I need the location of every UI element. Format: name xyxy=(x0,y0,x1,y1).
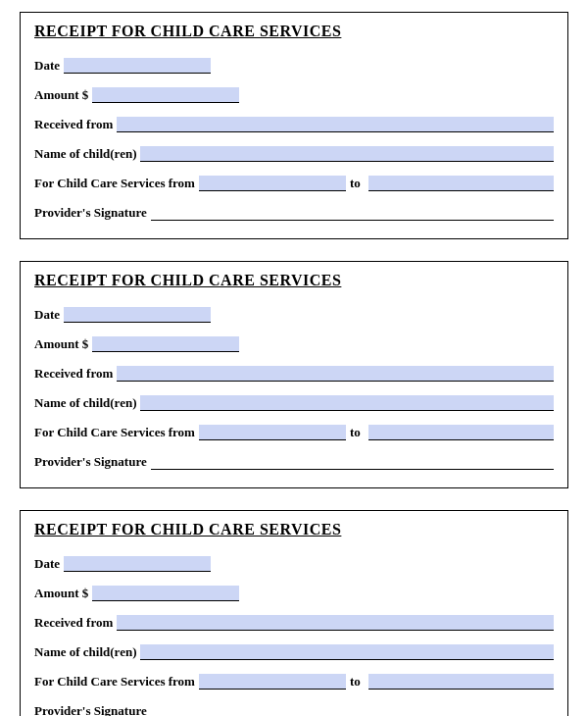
received-from-row: Received from xyxy=(34,366,554,382)
date-row: Date xyxy=(34,307,554,323)
amount-row: Amount $ xyxy=(34,336,554,352)
receipt-title: RECEIPT FOR CHILD CARE SERVICES xyxy=(34,23,554,40)
receipt-block: RECEIPT FOR CHILD CARE SERVICES Date Amo… xyxy=(20,261,568,488)
receipt-block: RECEIPT FOR CHILD CARE SERVICES Date Amo… xyxy=(20,510,568,716)
received-from-label: Received from xyxy=(34,117,113,132)
document-page: RECEIPT FOR CHILD CARE SERVICES Date Amo… xyxy=(0,0,588,716)
received-from-label: Received from xyxy=(34,366,113,382)
signature-row: Provider's Signature xyxy=(34,454,554,470)
child-name-field[interactable] xyxy=(140,395,554,411)
services-range-row: For Child Care Services from to xyxy=(34,176,554,191)
services-from-field[interactable] xyxy=(199,674,346,690)
signature-field[interactable] xyxy=(151,455,554,470)
amount-label: Amount $ xyxy=(34,336,88,352)
child-name-row: Name of child(ren) xyxy=(34,146,554,162)
services-range-row: For Child Care Services from to xyxy=(34,674,554,690)
services-from-label: For Child Care Services from xyxy=(34,425,195,440)
amount-row: Amount $ xyxy=(34,586,554,601)
signature-field[interactable] xyxy=(151,704,554,716)
amount-label: Amount $ xyxy=(34,87,88,103)
services-range-row: For Child Care Services from to xyxy=(34,425,554,440)
services-from-label: For Child Care Services from xyxy=(34,176,195,191)
amount-field[interactable] xyxy=(92,336,239,352)
services-to-field[interactable] xyxy=(368,674,554,690)
date-label: Date xyxy=(34,556,60,572)
date-field[interactable] xyxy=(64,556,211,572)
received-from-label: Received from xyxy=(34,615,113,631)
amount-field[interactable] xyxy=(92,87,239,103)
receipt-title: RECEIPT FOR CHILD CARE SERVICES xyxy=(34,272,554,289)
services-to-field[interactable] xyxy=(368,176,554,191)
child-name-row: Name of child(ren) xyxy=(34,395,554,411)
child-name-label: Name of child(ren) xyxy=(34,644,136,660)
child-name-label: Name of child(ren) xyxy=(34,395,136,411)
received-from-field[interactable] xyxy=(117,117,554,132)
signature-row: Provider's Signature xyxy=(34,205,554,221)
received-from-row: Received from xyxy=(34,117,554,132)
amount-field[interactable] xyxy=(92,586,239,601)
signature-label: Provider's Signature xyxy=(34,703,147,716)
received-from-field[interactable] xyxy=(117,615,554,631)
receipt-title: RECEIPT FOR CHILD CARE SERVICES xyxy=(34,521,554,538)
services-from-field[interactable] xyxy=(199,425,346,440)
receipt-block: RECEIPT FOR CHILD CARE SERVICES Date Amo… xyxy=(20,12,568,239)
to-label: to xyxy=(350,425,361,440)
child-name-field[interactable] xyxy=(140,146,554,162)
date-row: Date xyxy=(34,556,554,572)
to-label: to xyxy=(350,176,361,191)
child-name-label: Name of child(ren) xyxy=(34,146,136,162)
services-to-field[interactable] xyxy=(368,425,554,440)
child-name-row: Name of child(ren) xyxy=(34,644,554,660)
date-field[interactable] xyxy=(64,307,211,323)
amount-row: Amount $ xyxy=(34,87,554,103)
signature-field[interactable] xyxy=(151,206,554,221)
date-row: Date xyxy=(34,58,554,74)
services-from-field[interactable] xyxy=(199,176,346,191)
to-label: to xyxy=(350,674,361,690)
child-name-field[interactable] xyxy=(140,644,554,660)
services-from-label: For Child Care Services from xyxy=(34,674,195,690)
signature-label: Provider's Signature xyxy=(34,454,147,470)
received-from-row: Received from xyxy=(34,615,554,631)
date-label: Date xyxy=(34,58,60,74)
received-from-field[interactable] xyxy=(117,366,554,382)
amount-label: Amount $ xyxy=(34,586,88,601)
date-field[interactable] xyxy=(64,58,211,74)
signature-label: Provider's Signature xyxy=(34,205,147,221)
date-label: Date xyxy=(34,307,60,323)
signature-row: Provider's Signature xyxy=(34,703,554,716)
